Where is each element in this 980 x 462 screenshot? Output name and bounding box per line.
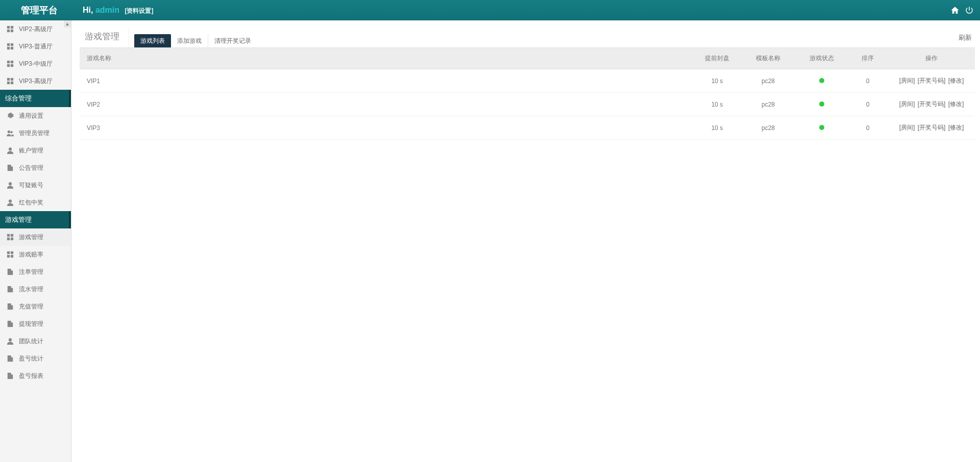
svg-rect-2 bbox=[7, 30, 9, 32]
svg-rect-23 bbox=[7, 234, 9, 237]
gear-icon bbox=[6, 112, 14, 120]
sidebar-item-label: VIP3-中级厅 bbox=[19, 60, 53, 68]
cell-close: 10 s bbox=[694, 69, 740, 93]
table-header: 游戏名称 bbox=[80, 48, 694, 69]
op-edit-link[interactable]: [修改] bbox=[948, 77, 964, 84]
tab[interactable]: 清理开奖记录 bbox=[208, 34, 257, 47]
sidebar-item-label: VIP3-高级厅 bbox=[19, 77, 53, 86]
doc-icon bbox=[6, 320, 14, 328]
svg-rect-35 bbox=[8, 306, 12, 307]
op-num-link[interactable]: [开奖号码] bbox=[918, 77, 946, 84]
svg-rect-41 bbox=[8, 360, 12, 360]
cell-name: VIP1 bbox=[80, 69, 694, 93]
cell-template: pc28 bbox=[740, 69, 796, 93]
users-icon bbox=[6, 130, 14, 137]
sidebar-category-general[interactable]: 综合管理 bbox=[0, 90, 71, 107]
sidebar-item[interactable]: 盈亏统计 bbox=[0, 350, 71, 367]
sidebar-item[interactable]: VIP3-中级厅 bbox=[0, 55, 71, 72]
sidebar-item[interactable]: VIP3-普通厅 bbox=[0, 38, 71, 55]
svg-rect-6 bbox=[7, 47, 9, 49]
refresh-button[interactable]: 刷新 bbox=[955, 29, 975, 46]
grid-icon bbox=[6, 43, 14, 50]
sidebar-item[interactable]: 游戏管理 bbox=[0, 228, 71, 246]
svg-rect-5 bbox=[10, 43, 13, 46]
svg-rect-14 bbox=[7, 82, 9, 84]
svg-rect-31 bbox=[8, 272, 12, 272]
sidebar-item-label: 可疑账号 bbox=[19, 181, 43, 190]
tab[interactable]: 游戏列表 bbox=[134, 34, 171, 47]
svg-rect-9 bbox=[10, 61, 13, 63]
sidebar-item[interactable]: VIP3-高级厅 bbox=[0, 72, 71, 90]
sidebar-item-label: 账户管理 bbox=[19, 146, 43, 155]
sidebar-item[interactable]: VIP2-高级厅 bbox=[0, 20, 71, 38]
game-table: 游戏名称提前封盘模板名称游戏状态排序操作 VIP110 spc280[房间] [… bbox=[80, 48, 975, 140]
sidebar-item[interactable]: 充值管理 bbox=[0, 298, 71, 315]
main-content: 游戏管理 游戏列表添加游戏清理开奖记录 刷新 游戏名称提前封盘模板名称游戏状态排… bbox=[71, 20, 980, 462]
cell-close: 10 s bbox=[694, 116, 740, 140]
home-icon[interactable] bbox=[950, 6, 960, 15]
svg-rect-33 bbox=[8, 289, 12, 290]
op-num-link[interactable]: [开奖号码] bbox=[918, 124, 946, 131]
sidebar-item-label: 注单管理 bbox=[19, 268, 43, 276]
sidebar-item[interactable]: 公告管理 bbox=[0, 159, 71, 176]
svg-rect-42 bbox=[8, 376, 12, 376]
tab-bar: 游戏列表添加游戏清理开奖记录 bbox=[134, 28, 257, 47]
grid-icon bbox=[6, 60, 14, 68]
svg-rect-38 bbox=[8, 325, 12, 325]
cell-state bbox=[796, 93, 847, 116]
sidebar-item[interactable]: 注单管理 bbox=[0, 263, 71, 280]
table-row: VIP110 spc280[房间] [开奖号码] [修改] bbox=[80, 69, 975, 93]
svg-rect-4 bbox=[7, 43, 9, 46]
sidebar-item-label: 流水管理 bbox=[19, 285, 43, 294]
svg-rect-25 bbox=[7, 238, 9, 240]
sidebar-item-label: 公告管理 bbox=[19, 164, 43, 172]
svg-rect-19 bbox=[8, 168, 12, 168]
op-room-link[interactable]: [房间] bbox=[899, 124, 915, 131]
op-room-link[interactable]: [房间] bbox=[899, 77, 915, 84]
greeting: Hi, admin [资料设置] bbox=[83, 6, 153, 15]
op-edit-link[interactable]: [修改] bbox=[948, 124, 964, 131]
table-header: 模板名称 bbox=[740, 48, 796, 69]
svg-point-21 bbox=[8, 182, 11, 185]
svg-rect-0 bbox=[7, 26, 9, 29]
cell-close: 10 s bbox=[694, 93, 740, 116]
table-row: VIP210 spc280[房间] [开奖号码] [修改] bbox=[80, 93, 975, 116]
svg-rect-12 bbox=[7, 78, 9, 81]
sidebar-category-game[interactable]: 游戏管理 bbox=[0, 211, 71, 228]
cell-template: pc28 bbox=[740, 93, 796, 116]
sidebar-item-label: VIP2-高级厅 bbox=[19, 25, 53, 34]
cell-sort: 0 bbox=[847, 93, 888, 116]
sidebar-item[interactable]: 通用设置 bbox=[0, 107, 71, 124]
svg-rect-8 bbox=[7, 61, 9, 63]
sidebar-collapse-toggle[interactable]: ▲ bbox=[64, 20, 71, 28]
sidebar-item-label: 提现管理 bbox=[19, 320, 43, 328]
cell-template: pc28 bbox=[740, 116, 796, 140]
svg-rect-34 bbox=[8, 290, 12, 291]
grid-icon bbox=[6, 25, 14, 33]
sidebar-item[interactable]: 红包中奖 bbox=[0, 194, 71, 211]
tab[interactable]: 添加游戏 bbox=[171, 34, 208, 47]
table-header: 排序 bbox=[847, 48, 888, 69]
sidebar-item[interactable]: 提现管理 bbox=[0, 315, 71, 332]
sidebar-item[interactable]: 盈亏报表 bbox=[0, 367, 71, 384]
sidebar-item[interactable]: 管理员管理 bbox=[0, 124, 71, 142]
status-dot-icon bbox=[819, 101, 824, 107]
sidebar-item[interactable]: 流水管理 bbox=[0, 280, 71, 298]
sidebar-item[interactable]: 游戏赔率 bbox=[0, 246, 71, 263]
op-room-link[interactable]: [房间] bbox=[899, 100, 915, 108]
grid-icon bbox=[6, 234, 14, 241]
sidebar-item[interactable]: 账户管理 bbox=[0, 142, 71, 159]
op-edit-link[interactable]: [修改] bbox=[948, 100, 964, 108]
profile-settings-link[interactable]: [资料设置] bbox=[125, 7, 153, 14]
sidebar-item-label: 通用设置 bbox=[19, 112, 43, 120]
svg-rect-10 bbox=[7, 64, 9, 67]
svg-point-22 bbox=[8, 199, 11, 202]
sidebar-item[interactable]: 团队统计 bbox=[0, 332, 71, 350]
op-num-link[interactable]: [开奖号码] bbox=[918, 100, 946, 108]
sidebar-item[interactable]: 可疑账号 bbox=[0, 176, 71, 194]
sidebar-item-label: 游戏管理 bbox=[19, 233, 43, 242]
svg-point-39 bbox=[8, 338, 11, 341]
svg-rect-37 bbox=[8, 324, 12, 324]
power-icon[interactable] bbox=[965, 6, 974, 15]
svg-rect-3 bbox=[10, 30, 13, 32]
